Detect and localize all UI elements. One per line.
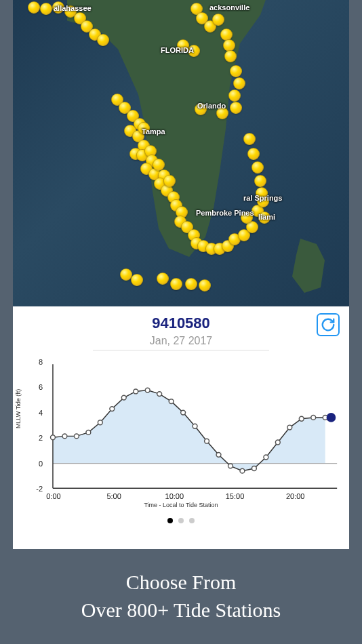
city-label: FLORIDA bbox=[161, 46, 194, 54]
station-marker[interactable] bbox=[28, 1, 40, 14]
svg-point-17 bbox=[216, 452, 221, 457]
station-marker[interactable] bbox=[220, 28, 233, 41]
y-tick: 2 bbox=[22, 434, 43, 442]
station-marker[interactable] bbox=[157, 273, 169, 285]
svg-point-24 bbox=[299, 416, 304, 421]
svg-point-12 bbox=[157, 392, 162, 397]
city-label: ral Springs bbox=[243, 194, 282, 202]
station-marker[interactable] bbox=[224, 50, 237, 62]
svg-point-19 bbox=[240, 468, 245, 473]
y-tick: -2 bbox=[22, 485, 43, 493]
station-marker[interactable] bbox=[199, 279, 211, 291]
station-id-label: 9410580 bbox=[20, 312, 342, 332]
svg-point-22 bbox=[275, 440, 280, 445]
station-marker[interactable] bbox=[247, 148, 260, 160]
page-dot[interactable] bbox=[189, 518, 195, 523]
refresh-button[interactable] bbox=[317, 313, 340, 336]
promo-caption: Choose From Over 800+ Tide Stations bbox=[0, 569, 362, 624]
svg-point-15 bbox=[193, 424, 197, 428]
svg-point-11 bbox=[145, 388, 150, 393]
y-tick: 6 bbox=[22, 383, 43, 391]
city-label: Pembroke Pines bbox=[196, 209, 254, 217]
station-marker[interactable] bbox=[243, 133, 256, 145]
y-tick: 8 bbox=[22, 358, 43, 366]
x-tick: 15:00 bbox=[226, 492, 245, 500]
svg-point-13 bbox=[169, 399, 174, 404]
city-label: allahassee bbox=[54, 4, 92, 12]
station-marker[interactable] bbox=[252, 161, 264, 174]
x-axis-label: Time - Local to Tide Station bbox=[144, 502, 218, 508]
svg-point-9 bbox=[121, 395, 126, 400]
svg-point-27 bbox=[327, 413, 336, 422]
svg-point-5 bbox=[74, 434, 79, 439]
divider bbox=[93, 350, 269, 350]
svg-point-18 bbox=[228, 464, 233, 468]
station-marker[interactable] bbox=[212, 14, 224, 26]
map-view[interactable]: allahasseeacksonvilleFLORIDAOrlandoTampa… bbox=[13, 0, 349, 306]
station-marker[interactable] bbox=[40, 3, 52, 15]
promo-line-2: Over 800+ Tide Stations bbox=[0, 597, 362, 624]
y-axis-label: MLLW Tide (ft) bbox=[15, 389, 22, 428]
chart-plot-area bbox=[20, 357, 342, 510]
station-marker[interactable] bbox=[163, 175, 176, 187]
station-marker[interactable] bbox=[230, 102, 242, 114]
station-marker[interactable] bbox=[230, 65, 242, 77]
city-label: Orlando bbox=[197, 102, 226, 110]
chart-date-label: Jan, 27 2017 bbox=[20, 332, 342, 347]
page-indicator bbox=[20, 510, 342, 531]
app-screen: allahasseeacksonvilleFLORIDAOrlandoTampa… bbox=[13, 0, 349, 549]
svg-point-16 bbox=[205, 439, 209, 443]
svg-point-25 bbox=[311, 415, 316, 420]
svg-point-14 bbox=[181, 410, 186, 415]
svg-point-10 bbox=[134, 389, 138, 394]
station-marker[interactable] bbox=[228, 89, 241, 102]
svg-point-20 bbox=[252, 466, 256, 471]
landmass-island bbox=[288, 239, 329, 293]
city-label: liami bbox=[258, 213, 275, 221]
svg-point-6 bbox=[86, 430, 91, 435]
tide-chart[interactable]: MLLW Tide (ft) Time - Local to Tide Stat… bbox=[20, 357, 342, 510]
svg-point-8 bbox=[110, 407, 115, 411]
station-marker[interactable] bbox=[170, 278, 182, 290]
city-label: acksonville bbox=[209, 3, 249, 12]
svg-point-4 bbox=[62, 434, 67, 439]
svg-point-23 bbox=[287, 425, 292, 430]
svg-point-7 bbox=[98, 420, 102, 425]
city-label: Tampa bbox=[142, 127, 165, 136]
station-marker[interactable] bbox=[254, 175, 266, 187]
station-marker[interactable] bbox=[97, 34, 109, 46]
tide-chart-card: 9410580 Jan, 27 2017 MLLW Tide (ft) Time… bbox=[13, 306, 349, 531]
page-dot[interactable] bbox=[178, 518, 184, 523]
station-marker[interactable] bbox=[131, 274, 143, 286]
y-tick: 4 bbox=[22, 409, 43, 417]
promo-line-1: Choose From bbox=[0, 569, 362, 597]
station-marker[interactable] bbox=[185, 278, 197, 290]
x-tick: 20:00 bbox=[286, 492, 305, 500]
x-tick: 5:00 bbox=[106, 492, 121, 500]
station-marker[interactable] bbox=[233, 77, 245, 89]
page-dot[interactable] bbox=[167, 518, 173, 523]
x-tick: 10:00 bbox=[165, 492, 184, 500]
y-tick: 0 bbox=[22, 460, 43, 468]
svg-point-21 bbox=[264, 455, 268, 460]
x-tick: 0:00 bbox=[46, 492, 60, 500]
svg-point-3 bbox=[51, 435, 56, 440]
